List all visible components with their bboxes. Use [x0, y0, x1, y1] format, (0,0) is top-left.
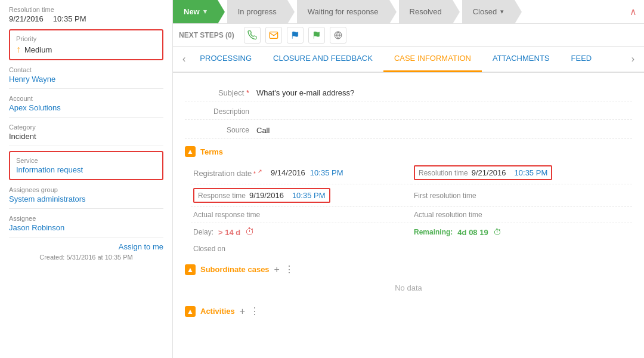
source-value: Call [256, 124, 632, 135]
response-time: 10:35 PM [292, 191, 326, 200]
status-bar: New ▾ In progress Waiting for response R… [173, 0, 644, 24]
actual-resolution-label: Actual resolution time [414, 211, 491, 219]
phone-icon-button[interactable] [244, 27, 261, 44]
description-label: Description [185, 105, 256, 116]
registration-date-row: Registration date * ↗ 9/14/2016 10:35 PM [191, 162, 411, 184]
resolution-date-val: 9/21/2016 [472, 168, 506, 177]
delay-label: Delay: [193, 228, 213, 236]
subordinate-cases-label: Subordinate cases [200, 265, 270, 274]
status-closed-dropdown-icon: ▾ [500, 8, 504, 16]
assign-row: Assign to me [9, 242, 163, 251]
activities-label: Activities [200, 307, 235, 316]
assignee-section: Assignee Jason Robinson [9, 215, 163, 237]
globe-icon-button[interactable] [330, 27, 346, 44]
created-text: Created: 5/31/2016 at 10:35 PM [9, 254, 163, 261]
content-area: Subject * What's your e-mail address? De… [173, 73, 644, 358]
flag-blue-icon-button[interactable] [287, 27, 304, 44]
priority-label: Priority [16, 35, 156, 42]
activities-add-button[interactable]: + [240, 307, 245, 316]
delay-value: > 14 d [218, 228, 240, 237]
status-new[interactable]: New ▾ [173, 0, 218, 23]
priority-arrow-icon: ↑ [16, 45, 21, 54]
source-label: Source [185, 124, 256, 134]
tab-case-information[interactable]: CASE INFORMATION [383, 46, 482, 72]
status-closed[interactable]: Closed ▾ [462, 0, 515, 23]
assignee-label: Assignee [9, 215, 163, 222]
remaining-label: Remaining: [414, 228, 453, 236]
terms-toggle[interactable]: ▲ [185, 146, 196, 157]
actual-resolution-row: Actual resolution time [411, 207, 632, 223]
subject-value: What's your e-mail address? [256, 86, 632, 97]
category-value: Incident [9, 132, 163, 146]
subordinate-no-data: No data [185, 277, 632, 298]
resolution-date: 9/21/2016 [9, 14, 44, 23]
left-panel: Resolution time 9/21/2016 10:35 PM Prior… [0, 0, 173, 358]
contact-section: Contact Henry Wayne [9, 66, 163, 89]
first-resolution-row: First resolution time [411, 184, 632, 207]
service-box: Service Information request [9, 151, 163, 180]
subject-row: Subject * What's your e-mail address? [185, 82, 632, 101]
tab-attachments[interactable]: ATTACHMENTS [482, 46, 561, 72]
response-time-box: Response time 9/19/2016 10:35 PM [193, 188, 330, 203]
first-resolution-label: First resolution time [414, 192, 491, 200]
priority-box: Priority ↑ Medium [9, 29, 163, 60]
terms-section-header[interactable]: ▲ Terms [185, 146, 632, 157]
assignee-value[interactable]: Jason Robinson [9, 223, 163, 237]
delay-row: Delay: > 14 d ⏱ [191, 223, 411, 241]
registration-date-label: Registration date * ↗ [193, 168, 271, 178]
resolution-time-value: 10:35 PM [53, 14, 86, 23]
assignees-group-label: Assignees group [9, 186, 163, 193]
contact-value[interactable]: Henry Wayne [9, 75, 163, 89]
email-icon-button[interactable] [265, 27, 282, 44]
subordinate-toggle[interactable]: ▲ [185, 264, 196, 275]
assignees-group-section: Assignees group System administrators [9, 186, 163, 209]
activities-toggle[interactable]: ▲ [185, 306, 196, 317]
flag-green-icon-button[interactable] [308, 27, 325, 44]
resolution-time-label: Resolution time [419, 169, 468, 177]
resolution-time-row: Resolution time 9/21/2016 10:35 PM [411, 162, 632, 184]
status-in-progress[interactable]: In progress [227, 0, 287, 23]
tab-processing[interactable]: PROCESSING [189, 46, 262, 72]
subject-required: * [244, 88, 249, 97]
description-row: Description [185, 101, 632, 120]
category-label: Category [9, 124, 163, 131]
category-section: Category Incident [9, 124, 163, 146]
registration-date: 9/14/2016 [271, 168, 305, 177]
assign-to-me-link[interactable]: Assign to me [119, 242, 163, 251]
registration-time: 10:35 PM [310, 168, 343, 177]
activities-menu-button[interactable]: ⋮ [250, 305, 259, 317]
resolution-time-section: Resolution time 9/21/2016 10:35 PM [9, 6, 163, 23]
description-value [256, 105, 632, 107]
tab-feed[interactable]: FEED [561, 46, 603, 72]
closed-on-row: Closed on [191, 241, 411, 257]
subordinate-add-button[interactable]: + [274, 265, 280, 274]
response-time-label: Response time [198, 192, 246, 200]
account-section: Account Apex Solutions [9, 95, 163, 118]
resolution-time-box: Resolution time 9/21/2016 10:35 PM [414, 165, 552, 180]
tab-prev-button[interactable]: ‹ [179, 54, 189, 64]
account-value[interactable]: Apex Solutions [9, 103, 163, 118]
remaining-clock-icon: ⏱ [493, 227, 501, 237]
right-panel: New ▾ In progress Waiting for response R… [173, 0, 644, 358]
terms-grid: Registration date * ↗ 9/14/2016 10:35 PM… [191, 162, 632, 257]
tab-next-button[interactable]: › [628, 54, 638, 64]
source-row: Source Call [185, 120, 632, 139]
tabs-bar: ‹ PROCESSING CLOSURE AND FEEDBACK CASE I… [173, 47, 644, 73]
subordinate-menu-button[interactable]: ⋮ [284, 264, 294, 275]
collapse-button[interactable]: ∧ [623, 6, 644, 17]
next-steps-bar: NEXT STEPS (0) [173, 24, 644, 47]
activities-header[interactable]: ▲ Activities + ⋮ [185, 305, 632, 317]
response-date: 9/19/2016 [249, 191, 284, 200]
closed-on-label: Closed on [193, 245, 225, 253]
subordinate-cases-header[interactable]: ▲ Subordinate cases + ⋮ [185, 264, 632, 275]
actual-response-row: Actual response time [191, 207, 411, 223]
tab-closure[interactable]: CLOSURE AND FEEDBACK [262, 46, 383, 72]
assignees-group-value[interactable]: System administrators [9, 195, 163, 209]
status-waiting[interactable]: Waiting for response [297, 0, 389, 23]
service-value[interactable]: Information request [16, 165, 156, 174]
actual-response-label: Actual response time [193, 211, 271, 219]
closed-right-placeholder [411, 241, 632, 257]
remaining-value: 4d 08 19 [457, 228, 488, 237]
status-new-dropdown-icon: ▾ [203, 8, 207, 16]
status-resolved[interactable]: Resolved [399, 0, 453, 23]
